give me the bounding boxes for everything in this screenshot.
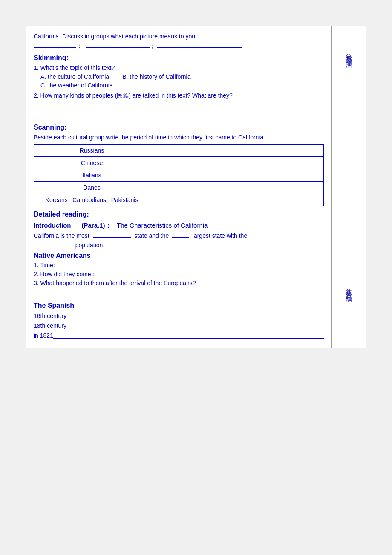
population-line: population. (34, 242, 324, 249)
table-row: Koreans Cambodians Pakistanis (34, 194, 324, 206)
intro-instruction: California. Discuss in groups what each … (34, 33, 324, 40)
table-cell-russians: Russians (34, 145, 150, 157)
table-row: Italians (34, 169, 324, 182)
sidebar-note-2-line2: 组织 (346, 290, 353, 293)
sidebar-note-1: 答案尽量 (343, 49, 354, 54)
time-label: 1. Time: (34, 262, 55, 269)
blank3[interactable] (157, 47, 242, 48)
scanning-heading: Scanning: (34, 124, 324, 131)
skimming-heading: Skimming: (34, 54, 324, 62)
in1821-answer[interactable] (53, 331, 324, 339)
table-cell-danes: Danes (34, 182, 150, 194)
intro-label: Introduction (34, 222, 71, 229)
california-text-3: largest state with the (193, 232, 247, 239)
18th-century-label: 18th century (34, 322, 66, 329)
native-americans-heading: Native Americans (34, 252, 324, 260)
table-cell-others: Koreans Cambodians Pakistanis (34, 194, 150, 206)
sidebar-note-2-line1: 注意答案 (346, 283, 353, 289)
16th-century-line: 16th century (34, 312, 324, 319)
scanning-instruction: Beside each cultural group write the per… (34, 134, 324, 141)
options-ab: A. the culture of California B. the hist… (40, 73, 324, 80)
table-cell-russians-answer[interactable] (150, 145, 324, 157)
sidebar-note-bottom: 注意答案 组织 (343, 283, 354, 293)
16th-century-label: 16th century (34, 312, 66, 319)
option-c-line: C. the weather of California (40, 82, 324, 89)
california-text-2: state and the (134, 232, 169, 239)
table-cell-others-answer[interactable] (150, 194, 324, 206)
blank-population[interactable] (34, 247, 72, 247)
how-did-label: 2. How did they come : (34, 271, 94, 278)
table-row: Russians (34, 145, 324, 157)
table-cell-danes-answer[interactable] (150, 182, 324, 194)
what-happened-line: 3. What happened to them after the arriv… (34, 280, 324, 286)
california-line: California is the most state and the lar… (34, 232, 324, 239)
blank-rank[interactable] (172, 237, 189, 238)
blank2[interactable] (86, 47, 150, 48)
intro-para-label: Introduction (Para.1)： The Characteristi… (34, 222, 324, 230)
california-text-1: California is the most (34, 232, 89, 239)
sidebar-note-top: 答案尽量 简洁 (343, 49, 354, 58)
blank-state-type[interactable] (93, 237, 131, 238)
18th-century-answer[interactable] (70, 321, 324, 329)
in1821-label: in 1821 (34, 332, 53, 339)
spanish-heading: The Spanish (34, 302, 324, 309)
in1821-line: in 1821 (34, 331, 324, 339)
option-a: A. the culture of California (40, 73, 109, 80)
sidebar-note-2b: 组织 (343, 290, 354, 293)
question-2: 2. How many kinds of peoples (民族) are ta… (34, 92, 324, 100)
intro-title: The Characteristics of California (117, 222, 208, 229)
table-row: Chinese (34, 157, 324, 169)
how-did-answer[interactable] (98, 276, 174, 276)
cultural-groups-table: Russians Chinese Italians Danes Koreans … (34, 144, 324, 206)
answer-line-2[interactable] (34, 113, 324, 120)
sidebar-note-1-line1: 答案尽量 (346, 49, 353, 54)
sidebar-note-1-line2: 简洁 (346, 56, 353, 58)
how-did-line: 2. How did they come : (34, 271, 324, 278)
table-row: Danes (34, 182, 324, 194)
sidebar-note-2: 注意答案 (343, 283, 354, 289)
time-line: 1. Time: (34, 262, 324, 269)
page-container: California. Discuss in groups what each … (26, 26, 366, 348)
18th-century-line: 18th century (34, 321, 324, 329)
intro-ref: (Para.1)： (82, 222, 112, 229)
table-cell-chinese: Chinese (34, 157, 150, 169)
sidebar: 答案尽量 简洁 注意答案 组织 (332, 26, 366, 348)
table-cell-italians: Italians (34, 169, 150, 182)
table-cell-chinese-answer[interactable] (150, 157, 324, 169)
main-content: California. Discuss in groups what each … (26, 26, 332, 348)
sidebar-note-1b: 简洁 (343, 56, 354, 58)
blank1[interactable] (34, 47, 76, 48)
detailed-reading-heading: Detailed reading: (34, 211, 324, 218)
answer-line-1[interactable] (34, 102, 324, 110)
time-answer[interactable] (57, 267, 133, 267)
population-text: population. (75, 242, 105, 249)
question-1: 1. What's the topic of this text? (34, 64, 324, 71)
option-b: B. the history of California (122, 73, 190, 80)
blanks-line: ； ； (34, 42, 324, 50)
table-cell-italians-answer[interactable] (150, 169, 324, 182)
16th-century-answer[interactable] (70, 312, 324, 319)
what-happened-answer[interactable] (34, 291, 324, 298)
